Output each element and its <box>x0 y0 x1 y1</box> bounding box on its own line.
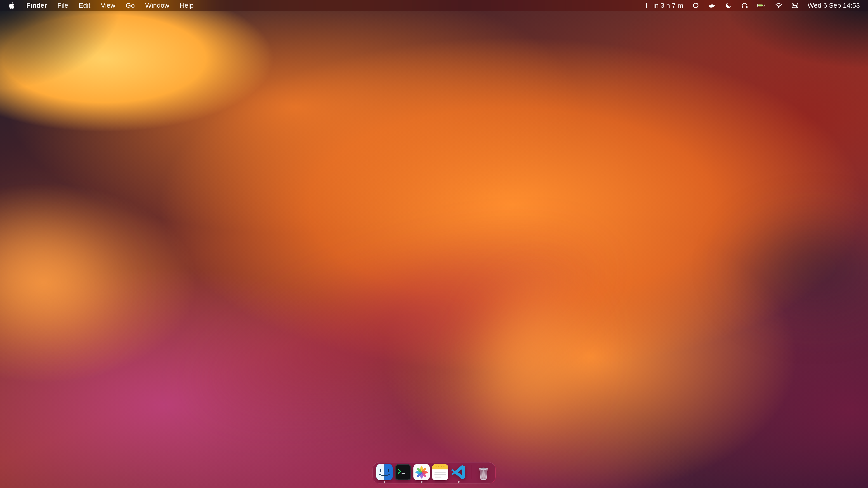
ring-icon[interactable] <box>692 2 700 9</box>
dock-item-photos[interactable] <box>413 464 430 480</box>
running-indicator <box>421 481 423 483</box>
wifi-icon[interactable] <box>775 2 782 9</box>
photos-icon <box>413 464 430 480</box>
timer-status[interactable]: in 3 h 7 m <box>643 0 683 11</box>
battery-icon[interactable] <box>757 2 766 9</box>
wallpaper-petal <box>720 205 868 332</box>
menu-bar-left: Finder File Edit View Go Window Help <box>8 0 194 11</box>
dock-item-terminal[interactable] <box>395 464 411 480</box>
menu-item-view[interactable]: View <box>101 0 115 11</box>
timer-status-text: in 3 h 7 m <box>653 0 683 11</box>
running-indicator <box>383 481 385 483</box>
separator-bar-icon <box>643 2 650 9</box>
notes-icon <box>432 464 448 480</box>
vscode-icon <box>451 464 467 480</box>
finder-icon <box>376 464 393 480</box>
dock-item-notes[interactable] <box>432 464 448 480</box>
dock-separator <box>471 465 471 480</box>
menu-bar-status: in 3 h 7 m <box>643 0 860 11</box>
control-center-icon[interactable] <box>792 2 799 9</box>
moon-focus-icon[interactable] <box>725 2 732 9</box>
apple-menu[interactable] <box>8 2 16 9</box>
menu-item-file[interactable]: File <box>57 0 68 11</box>
menu-item-help[interactable]: Help <box>180 0 194 11</box>
menu-item-go[interactable]: Go <box>126 0 135 11</box>
running-indicator <box>458 481 460 483</box>
dock-item-trash[interactable] <box>475 464 492 480</box>
dock-item-vscode[interactable] <box>451 464 467 480</box>
app-menu-finder[interactable]: Finder <box>26 0 47 11</box>
trash-icon <box>475 464 492 480</box>
wallpaper-petal <box>0 173 154 384</box>
menubar-clock[interactable]: Wed 6 Sep 14:53 <box>808 0 860 11</box>
dock-item-finder[interactable] <box>376 464 393 480</box>
desktop-wallpaper <box>0 0 868 488</box>
terminal-icon <box>395 464 411 480</box>
dock <box>373 462 496 484</box>
docker-whale-icon[interactable] <box>708 2 716 9</box>
menu-item-window[interactable]: Window <box>145 0 169 11</box>
menu-item-edit[interactable]: Edit <box>79 0 90 11</box>
menu-bar: Finder File Edit View Go Window Help in … <box>0 0 868 11</box>
headphones-icon[interactable] <box>741 2 748 9</box>
dock-container <box>0 462 868 484</box>
